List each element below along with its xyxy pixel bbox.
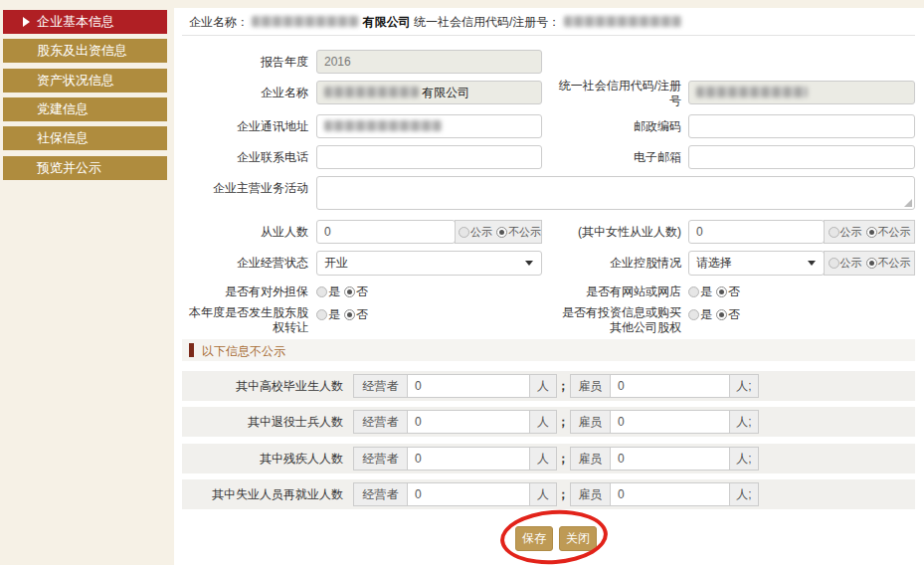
- graduates-count-label: 其中高校毕业生人数: [174, 374, 343, 398]
- no-option-label: 否: [356, 284, 368, 298]
- sidebar-item-assets[interactable]: 资产状况信息: [3, 69, 167, 93]
- female-staff-publicity-group: 公示不公示: [824, 220, 915, 244]
- no-option-label: 否: [728, 284, 740, 298]
- employee-addon: 雇员: [570, 447, 611, 471]
- no-option-label: 否: [728, 307, 740, 321]
- unit-addon: 人: [529, 374, 557, 398]
- email-input[interactable]: [688, 145, 915, 169]
- radio-not-publicize[interactable]: [866, 227, 877, 238]
- report-year-input: [316, 50, 542, 74]
- employee-addon: 雇员: [570, 410, 611, 434]
- external-guarantee-radios: 是否: [316, 284, 368, 298]
- sidebar-item-party-building[interactable]: 党建信息: [3, 97, 167, 121]
- radio-publicize[interactable]: [829, 258, 839, 269]
- radio-no[interactable]: [344, 286, 355, 297]
- radio-yes[interactable]: [316, 309, 327, 320]
- veterans-operator-input[interactable]: [407, 410, 530, 434]
- reemployed-count-label: 其中失业人员再就业人数: [174, 482, 343, 506]
- staff-count-label: 从业人数: [179, 220, 308, 244]
- operator-addon: 经营者: [353, 410, 408, 434]
- graduates-operator-input[interactable]: [407, 374, 530, 398]
- unit-end-addon: 人;: [729, 447, 759, 471]
- no-option-label: 否: [356, 307, 368, 321]
- report-year-label: 报告年度: [179, 50, 308, 74]
- disabled-employee-input[interactable]: [610, 447, 730, 471]
- radio-publicize[interactable]: [829, 227, 839, 238]
- non-public-section-bar: 以下信息不公示: [182, 339, 915, 361]
- radio-publicize[interactable]: [459, 227, 469, 238]
- graduates-employee-input[interactable]: [610, 374, 730, 398]
- sidebar-item-preview-publish[interactable]: 预览并公示: [3, 156, 167, 180]
- credit-code-field-label: 统一社会信用代码/注册号: [552, 79, 681, 108]
- publicize-option-label: 公示: [840, 226, 862, 238]
- postcode-label: 邮政编码: [552, 114, 681, 138]
- unit-end-addon: 人;: [729, 482, 759, 506]
- section-accent-icon: [189, 343, 194, 357]
- credit-code-label: 统一社会信用代码/注册号：: [414, 15, 560, 29]
- website-label: 是否有网站或网店: [552, 284, 681, 299]
- radio-yes[interactable]: [688, 286, 699, 297]
- sidebar-item-label: 股东及出资信息: [37, 43, 127, 58]
- reemployed-operator-input[interactable]: [407, 482, 530, 506]
- operator-addon: 经营者: [353, 374, 408, 398]
- radio-no[interactable]: [716, 309, 727, 320]
- female-staff-label: (其中女性从业人数): [552, 220, 681, 244]
- yes-option-label: 是: [328, 307, 340, 321]
- yes-option-label: 是: [700, 307, 712, 321]
- annual-report-form-page: 企业基本信息 股东及出资信息 资产状况信息 党建信息 社保信息 预览并公示 企业…: [0, 0, 924, 565]
- not-publicize-option-label: 不公示: [508, 226, 541, 238]
- external-guarantee-label: 是否有对外担保: [179, 284, 308, 299]
- chevron-down-icon: [808, 261, 816, 266]
- sidebar-item-label: 党建信息: [37, 101, 89, 116]
- operating-status-label: 企业经营状态: [179, 251, 308, 275]
- company-name-input: 有限公司: [316, 81, 542, 104]
- postcode-input[interactable]: [688, 114, 915, 138]
- sidebar-item-basic-info[interactable]: 企业基本信息: [3, 10, 167, 34]
- holding-status-select[interactable]: 请选择: [688, 251, 825, 276]
- sidebar-item-shareholders[interactable]: 股东及出资信息: [3, 39, 167, 63]
- redacted-company-name: [252, 16, 359, 27]
- main-business-textarea[interactable]: [316, 176, 915, 210]
- yes-option-label: 是: [328, 284, 340, 298]
- phone-input[interactable]: [316, 145, 542, 169]
- resize-handle-icon[interactable]: [904, 199, 912, 207]
- veterans-employee-input[interactable]: [610, 410, 730, 434]
- publicize-option-label: 公示: [470, 226, 492, 238]
- publicize-option-label: 公示: [840, 257, 862, 269]
- female-staff-input[interactable]: [688, 220, 825, 244]
- unit-addon: 人: [529, 447, 557, 471]
- address-label: 企业通讯地址: [179, 114, 308, 138]
- reemployed-employee-input[interactable]: [610, 482, 730, 506]
- sidebar-item-label: 资产状况信息: [37, 73, 114, 88]
- company-name-suffix: 有限公司: [363, 15, 411, 29]
- radio-not-publicize[interactable]: [496, 227, 507, 238]
- staff-count-publicity-group: 公示不公示: [455, 220, 542, 244]
- radio-no[interactable]: [344, 309, 355, 320]
- company-name-label: 企业名称：: [189, 15, 249, 29]
- radio-yes[interactable]: [688, 309, 699, 320]
- staff-count-input[interactable]: [316, 220, 456, 244]
- not-publicize-option-label: 不公示: [878, 226, 911, 238]
- header-divider: [182, 35, 915, 36]
- active-arrow-icon: [23, 17, 30, 27]
- holding-status-value: 请选择: [696, 256, 732, 270]
- operator-addon: 经营者: [353, 482, 408, 506]
- radio-no[interactable]: [716, 286, 727, 297]
- radio-yes[interactable]: [316, 286, 327, 297]
- sidebar-item-label: 预览并公示: [37, 160, 101, 175]
- company-name-value-suffix: 有限公司: [422, 86, 469, 99]
- operating-status-select[interactable]: 开业: [316, 251, 542, 276]
- email-label: 电子邮箱: [552, 145, 681, 169]
- holding-status-label: 企业控股情况: [552, 251, 681, 275]
- investment-label: 是否有投资信息或购买其他公司股权: [552, 305, 681, 335]
- address-input[interactable]: [316, 114, 542, 138]
- disabled-operator-input[interactable]: [407, 447, 530, 471]
- separator: ；: [557, 482, 567, 506]
- sidebar-item-social-security[interactable]: 社保信息: [3, 126, 167, 150]
- yes-option-label: 是: [700, 284, 712, 298]
- radio-not-publicize[interactable]: [866, 258, 877, 269]
- phone-label: 企业联系电话: [179, 145, 308, 169]
- redacted-credit-code-value: [696, 87, 808, 97]
- company-header: 企业名称： 有限公司 统一社会信用代码/注册号：: [189, 13, 681, 31]
- employee-addon: 雇员: [570, 482, 611, 506]
